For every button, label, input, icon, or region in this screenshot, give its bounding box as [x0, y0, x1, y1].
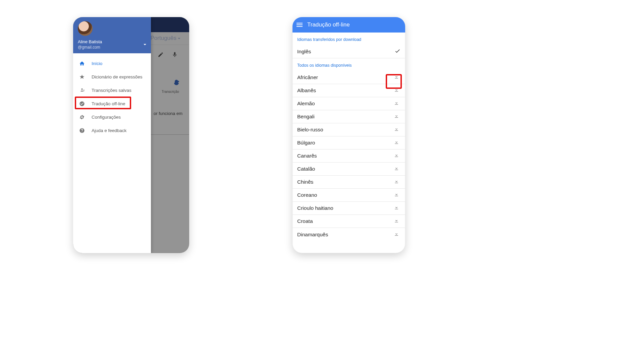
voice-list-icon [79, 87, 85, 93]
navigation-drawer: Aline Batista @gmail.com Início Dicionár… [73, 17, 151, 253]
language-row[interactable]: Búlgaro [292, 136, 405, 149]
language-name: Crioulo haitiano [297, 205, 333, 211]
language-name: Canarês [297, 153, 317, 159]
download-icon[interactable] [392, 86, 400, 95]
account-email: @gmail.com [78, 45, 146, 50]
download-icon[interactable] [392, 99, 400, 108]
language-name: Bengali [297, 114, 315, 120]
language-name: Coreano [297, 192, 317, 198]
check-icon [394, 48, 400, 55]
language-row[interactable]: Catalão [292, 163, 405, 176]
language-row[interactable]: Albanês [292, 84, 405, 97]
drawer-item-phrasebook[interactable]: Dicionário de expressões [73, 70, 151, 83]
language-row[interactable]: Chinês [292, 176, 405, 189]
download-icon[interactable] [392, 112, 400, 121]
drawer-item-label: Configurações [92, 115, 121, 120]
drawer-menu: Início Dicionário de expressões Transcri… [73, 53, 151, 140]
check-circle-icon [79, 101, 85, 107]
language-name: Albanês [297, 87, 316, 94]
gear-icon [79, 114, 85, 120]
download-icon[interactable] [392, 177, 400, 187]
hamburger-icon[interactable] [297, 22, 303, 28]
download-icon[interactable] [392, 203, 400, 213]
app-bar: Tradução off-line [292, 17, 405, 33]
account-name: Aline Batista [78, 39, 146, 44]
download-icon[interactable] [392, 230, 400, 239]
language-name: Dinamarquês [297, 232, 328, 238]
language-name: Africâner [297, 74, 318, 80]
language-row-downloaded[interactable]: Inglês [292, 45, 405, 58]
page-title: Tradução off-line [307, 21, 350, 28]
drawer-item-home[interactable]: Início [73, 57, 151, 70]
language-row[interactable]: Coreano [292, 189, 405, 202]
drawer-item-settings[interactable]: Configurações [73, 110, 151, 124]
download-icon[interactable] [392, 125, 400, 134]
download-icon[interactable] [392, 217, 400, 226]
language-name: Bielo-russo [297, 127, 323, 133]
download-icon[interactable] [392, 190, 400, 200]
drawer-item-label: Ajuda e feedback [92, 128, 126, 133]
drawer-item-label: Transcrições salvas [92, 88, 131, 93]
language-name: Alemão [297, 101, 315, 107]
download-icon[interactable] [392, 164, 400, 174]
drawer-item-help[interactable]: Ajuda e feedback [73, 124, 151, 137]
language-row[interactable]: Africâner [292, 71, 405, 84]
drawer-item-label: Tradução off-line [92, 101, 125, 106]
home-icon [79, 61, 85, 66]
help-icon [79, 128, 85, 133]
avatar [78, 21, 93, 36]
language-row[interactable]: Bengali [292, 110, 405, 123]
phone-left: Português Transcrição or funciona em Ali… [73, 17, 189, 253]
language-name: Inglês [297, 49, 311, 55]
language-name: Croata [297, 218, 313, 224]
language-row[interactable]: Dinamarquês [292, 228, 405, 241]
account-caret-icon[interactable] [144, 44, 146, 47]
language-row[interactable]: Alemão [292, 97, 405, 110]
drawer-item-label: Dicionário de expressões [92, 74, 143, 79]
language-row[interactable]: Crioulo haitiano [292, 202, 405, 215]
star-icon [79, 74, 85, 80]
drawer-item-label: Início [92, 61, 102, 66]
language-name: Búlgaro [297, 140, 315, 146]
language-row[interactable]: Canarês [292, 149, 405, 163]
download-icon[interactable] [392, 138, 400, 147]
section-downloaded-label: Idiomas transferidos por download [292, 33, 405, 45]
language-name: Chinês [297, 179, 313, 185]
section-available-label: Todos os idiomas disponíveis [292, 58, 405, 71]
drawer-item-saved-transcripts[interactable]: Transcrições salvas [73, 83, 151, 97]
download-icon[interactable] [392, 151, 400, 161]
language-name: Catalão [297, 166, 315, 172]
language-row[interactable]: Croata [292, 215, 405, 228]
language-row[interactable]: Bielo-russo [292, 123, 405, 136]
download-icon[interactable] [392, 73, 400, 82]
language-list: AfricânerAlbanêsAlemãoBengaliBielo-russo… [292, 71, 405, 241]
phone-right: Tradução off-line Idiomas transferidos p… [292, 17, 405, 253]
drawer-account-header[interactable]: Aline Batista @gmail.com [73, 17, 151, 53]
drawer-item-offline-translation[interactable]: Tradução off-line [73, 97, 151, 110]
